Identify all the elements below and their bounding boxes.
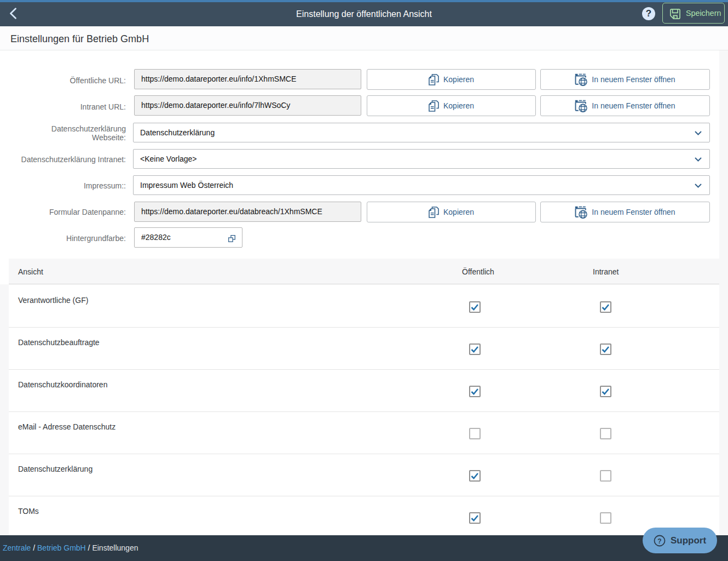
svg-text:?: ? (657, 537, 661, 545)
